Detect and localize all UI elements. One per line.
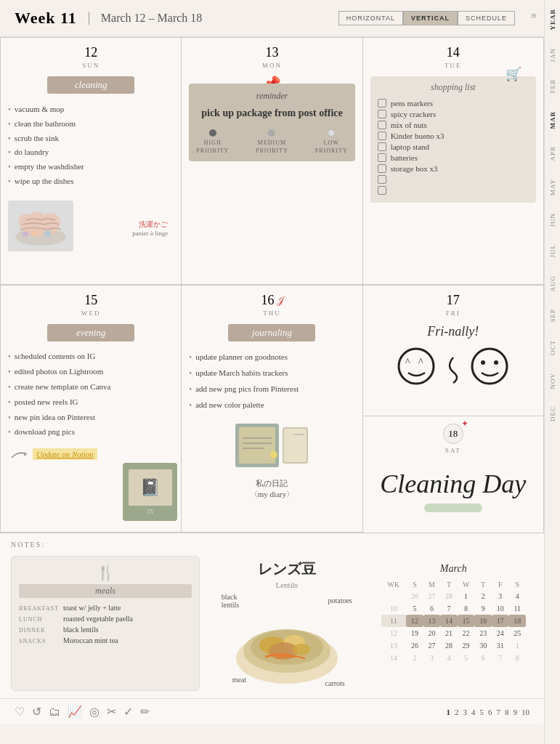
friday-message: Fri-nally!	[370, 324, 536, 339]
cal-day: 15	[458, 615, 475, 627]
page-1[interactable]: 1	[447, 708, 451, 716]
year-label[interactable]: YEAR	[549, 0, 556, 39]
journal-image	[189, 420, 354, 471]
breakfast-value: toast w/ jelly + latte	[63, 604, 121, 612]
calendar-table: WK S M T W T F S 26	[381, 579, 527, 664]
notion-label[interactable]: Update on Notion	[33, 448, 97, 460]
cleaning-label: cleaning	[47, 76, 134, 94]
dinner-value: black lentils	[63, 626, 99, 634]
day-thu: 16 𝒥 THU journaling update planner on go…	[182, 286, 362, 533]
jan-label[interactable]: JAN	[549, 39, 556, 71]
shopping-card: 🛒 shopping list pens markers spicy crack…	[370, 76, 536, 203]
cal-day: 6	[474, 652, 492, 664]
cal-wk-num: 14	[381, 652, 407, 664]
oct-label[interactable]: OCT	[549, 331, 556, 364]
scissors-icon[interactable]: ✂	[107, 705, 116, 719]
list-item: edited photos on Lightroom	[8, 364, 174, 379]
lunch-row: LUNCH roasted vegetable paella	[19, 615, 192, 623]
snacks-row: SNACKS Moroccan mint tea	[19, 636, 192, 644]
cal-week-row: 10 5 6 7 8 9 10 11	[381, 602, 527, 615]
page-6[interactable]: 6	[488, 708, 492, 716]
reminder-card: reminder pick up package from post offic…	[189, 84, 354, 161]
heart-icon[interactable]: ♡	[15, 705, 25, 719]
page-numbers: 1 2 3 4 5 6 7 8 9 10	[447, 708, 530, 716]
svg-rect-1	[23, 232, 28, 236]
cal-day: 22	[458, 627, 475, 639]
check-icon[interactable]: ✓	[123, 705, 133, 719]
cal-wk-num: 11	[381, 615, 407, 627]
day-wed: 15 WED evening scheduled contents on IG …	[1, 286, 182, 533]
aug-label[interactable]: AUG	[549, 267, 556, 301]
checkbox	[378, 175, 386, 184]
page-3[interactable]: 3	[463, 708, 468, 716]
cal-wk-num: 12	[381, 627, 407, 639]
feb-label[interactable]: FEB	[549, 70, 556, 102]
nov-label[interactable]: NOV	[549, 364, 556, 398]
list-item: vacuum & mop	[8, 102, 174, 117]
cart-icon: 🛒	[506, 66, 522, 82]
cal-day: 6	[423, 602, 441, 615]
day-14-number: 14	[370, 45, 536, 60]
shopping-item	[378, 186, 529, 195]
mar-label[interactable]: MAR	[549, 102, 556, 138]
page-10[interactable]: 10	[522, 708, 529, 716]
day-16-name: THU	[189, 310, 354, 317]
day-fri: 17 FRI Fri-nally! ^ ^	[363, 286, 543, 416]
sep-label[interactable]: SEP	[549, 300, 556, 331]
page-2[interactable]: 2	[455, 708, 459, 716]
jul-label[interactable]: JUL	[549, 235, 556, 267]
week-grid-row2: 15 WED evening scheduled contents on IG …	[0, 285, 544, 533]
checkbox	[378, 121, 386, 129]
checkbox	[378, 186, 386, 195]
cal-day: 2	[474, 590, 492, 602]
page-7[interactable]: 7	[497, 708, 501, 716]
page-8[interactable]: 8	[505, 708, 509, 716]
swirl-decoration: 𝒥	[277, 295, 283, 307]
svg-text:^: ^	[405, 357, 410, 368]
checkbox	[378, 142, 386, 151]
cal-week-row: 14 2 3 4 5 6 7 8	[381, 652, 527, 664]
day-tue: 14 TUE 🛒 shopping list pens markers spic…	[363, 38, 544, 285]
cal-header-w: W	[458, 579, 475, 590]
page-9[interactable]: 9	[514, 708, 518, 716]
shopping-item: storage box x3	[378, 164, 529, 173]
black-lentils-label: blacklentils	[222, 593, 239, 609]
caption-jp: 洗濯かご	[132, 219, 168, 230]
cal-day: 2	[406, 652, 423, 664]
priority-row: HIGH PRIORITY MEDIUM PRIORITY LOW PRIORI…	[196, 129, 347, 154]
item-text: Kinder bueno x3	[391, 132, 445, 140]
cal-wk-num	[381, 590, 407, 602]
laundry-caption: 洗濯かご panier à linge	[132, 219, 168, 237]
notes-label: NOTES:	[11, 541, 533, 549]
menu-icon[interactable]: ≡	[531, 10, 537, 22]
instagram-icon[interactable]: ◎	[89, 705, 100, 719]
refresh-icon[interactable]: ↺	[32, 705, 41, 719]
dec-label[interactable]: DEC	[549, 397, 556, 430]
chart-icon[interactable]: 📈	[68, 705, 82, 719]
day-18-badge: 18 ✦	[443, 424, 463, 444]
page-5[interactable]: 5	[480, 708, 484, 716]
day-sat: 18 ✦ SAT Cleaning Day	[363, 416, 543, 533]
cal-day: 4	[440, 652, 458, 664]
schedule-view-btn[interactable]: SCHEDULE	[458, 11, 515, 25]
apr-label[interactable]: APR	[549, 137, 556, 170]
list-item: update March habits trackers	[189, 365, 354, 381]
meals-title: meals	[19, 584, 192, 598]
cal-day: 1	[458, 590, 475, 602]
edit-icon[interactable]: ✏	[140, 705, 150, 719]
svg-point-25	[293, 644, 310, 655]
meals-card: 🍴 meals BREAKFAST toast w/ jelly + latte…	[11, 556, 200, 691]
day-12-number: 12	[8, 45, 174, 60]
page-4[interactable]: 4	[471, 708, 476, 716]
cal-day: 3	[492, 590, 509, 602]
folder-icon[interactable]: 🗂	[49, 705, 60, 719]
may-label[interactable]: MAY	[549, 170, 556, 204]
cal-day: 11	[508, 602, 526, 615]
cal-day: 7	[492, 652, 509, 664]
vertical-view-btn[interactable]: VERTICAL	[403, 11, 458, 25]
horizontal-view-btn[interactable]: HORIZONTAL	[338, 11, 403, 25]
date-range: March 12 – March 18	[89, 12, 203, 25]
jun-label[interactable]: JUN	[549, 204, 556, 236]
calendar-section: March WK S M T W T F S	[374, 556, 534, 691]
medium-priority-sublabel: PRIORITY	[256, 147, 288, 154]
